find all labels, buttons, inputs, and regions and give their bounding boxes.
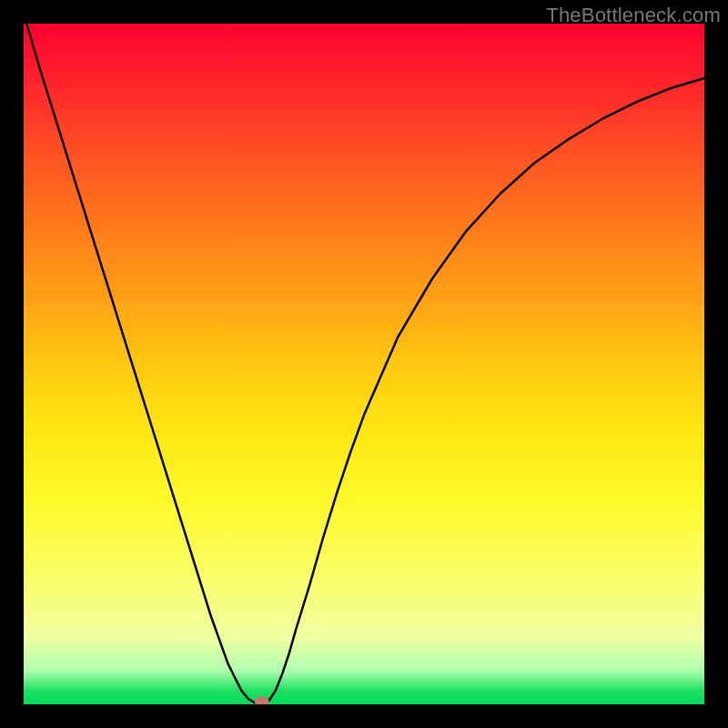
chart-plot-area xyxy=(24,24,704,704)
watermark-label: TheBottleneck.com xyxy=(546,4,721,27)
